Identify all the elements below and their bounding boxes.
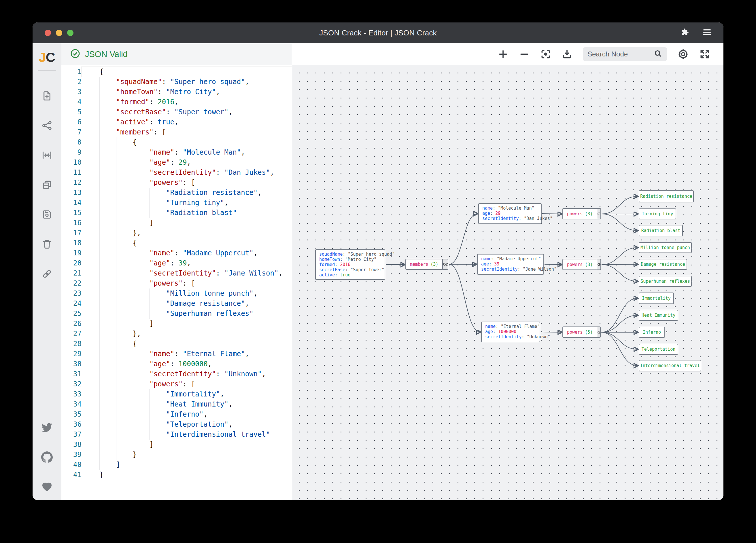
node-madame-uppercut[interactable]: name: "Madame Uppercut"age: 39secretIden… xyxy=(477,254,544,275)
code-line[interactable]: 35 "Inferno", xyxy=(61,409,292,419)
traffic-lights xyxy=(45,22,73,43)
copy-icon[interactable] xyxy=(38,176,56,194)
code-line[interactable]: 36 "Teleportation", xyxy=(61,419,292,429)
code-line[interactable]: 24 "Damage resistance", xyxy=(61,298,292,308)
link-icon[interactable] xyxy=(38,265,56,282)
code-line[interactable]: 39 } xyxy=(61,450,292,460)
node-powers-madame[interactable]: powers(3) xyxy=(562,259,601,270)
leaf-immortality[interactable]: Immortality xyxy=(639,292,674,304)
code-line[interactable]: 33 "Immortality", xyxy=(61,389,292,399)
line-number: 35 xyxy=(61,409,82,419)
code-line[interactable]: 31 "secretIdentity": "Unknown", xyxy=(61,369,292,379)
fullscreen-icon[interactable] xyxy=(699,49,710,60)
valid-check-icon xyxy=(70,48,80,60)
app-logo[interactable]: JC xyxy=(39,50,55,65)
focus-center-icon[interactable] xyxy=(540,49,551,60)
code-line[interactable]: 10 "age": 29, xyxy=(61,158,292,168)
code-line[interactable]: 37 "Interdimensional travel" xyxy=(61,429,292,440)
twitter-icon[interactable] xyxy=(38,419,56,436)
leaf-inferno[interactable]: Inferno xyxy=(639,327,665,338)
minimize-button[interactable] xyxy=(56,30,62,36)
leaf-heat-immunity[interactable]: Heat Immunity xyxy=(639,310,678,321)
github-icon[interactable] xyxy=(38,449,56,466)
search-node-box[interactable] xyxy=(583,47,667,61)
node-molecule-man[interactable]: name: "Molecule Man"age: 29secretIdentit… xyxy=(478,203,542,224)
leaf-radiation-blast[interactable]: Radiation blast xyxy=(639,225,683,237)
code-line[interactable]: 11 "secretIdentity": "Dan Jukes", xyxy=(61,168,292,178)
code-line[interactable]: 28 { xyxy=(61,339,292,349)
new-file-icon[interactable] xyxy=(38,87,56,105)
download-icon[interactable] xyxy=(562,49,572,60)
code-line[interactable]: 20 "age": 39, xyxy=(61,258,292,268)
code-line[interactable]: 26 ] xyxy=(61,319,292,329)
extension-puzzle-icon[interactable] xyxy=(680,28,689,38)
line-number: 41 xyxy=(61,470,82,480)
code-line[interactable]: 15 "Radiation blast" xyxy=(61,208,292,218)
code-line[interactable]: 22 "powers": [ xyxy=(61,278,292,288)
chain-link-icon[interactable] xyxy=(597,330,601,334)
chain-link-icon[interactable] xyxy=(443,263,448,266)
zoom-button[interactable] xyxy=(67,30,73,36)
leaf-superhuman-reflexes[interactable]: Superhuman reflexes xyxy=(639,276,692,287)
code-line[interactable]: 34 "Heat Immunity", xyxy=(61,399,292,409)
zoom-in-icon[interactable] xyxy=(498,49,509,60)
code-line[interactable]: 18 { xyxy=(61,238,292,248)
code-line[interactable]: 41} xyxy=(61,470,292,480)
node-members[interactable]: members(3) xyxy=(405,259,448,270)
node-powers-molecule[interactable]: powers(3) xyxy=(562,208,601,220)
graph-canvas[interactable]: squadName: "Super hero squad"homeTown: "… xyxy=(292,65,723,500)
code-line[interactable]: 17 }, xyxy=(61,228,292,238)
node-eternal-flame[interactable]: name: "Eternal Flame"age: 1000000secretI… xyxy=(481,321,540,342)
code-line[interactable]: 5 "secretBase": "Super tower", xyxy=(61,107,292,117)
save-icon[interactable] xyxy=(38,206,56,223)
code-line[interactable]: 25 "Superhuman reflexes" xyxy=(61,308,292,319)
code-line[interactable]: 12 "powers": [ xyxy=(61,178,292,188)
code-line[interactable]: 4 "formed": 2016, xyxy=(61,97,292,107)
close-button[interactable] xyxy=(45,30,51,36)
code-line[interactable]: 7 "members": [ xyxy=(61,127,292,137)
line-number: 22 xyxy=(61,278,82,288)
code-line[interactable]: 30 "age": 1000000, xyxy=(61,359,292,369)
code-line[interactable]: 9 "name": "Molecule Man", xyxy=(61,148,292,158)
code-line[interactable]: 3 "homeTown": "Metro City", xyxy=(61,87,292,97)
leaf-interdimensional-travel[interactable]: Interdimensional travel xyxy=(639,360,701,371)
code-line[interactable]: 6 "active": true, xyxy=(61,117,292,127)
line-number: 4 xyxy=(61,97,82,107)
chain-link-icon[interactable] xyxy=(597,212,601,216)
code-line[interactable]: 8 { xyxy=(61,137,292,148)
code-line[interactable]: 14 "Turning tiny", xyxy=(61,198,292,208)
code-line[interactable]: 23 "Million tonne punch", xyxy=(61,288,292,298)
search-node-input[interactable] xyxy=(587,50,651,58)
delete-trash-icon[interactable] xyxy=(38,236,56,253)
menu-hamburger-icon[interactable] xyxy=(702,28,712,38)
sponsor-heart-icon[interactable] xyxy=(38,478,56,495)
node-powers-eternal[interactable]: powers(5) xyxy=(562,326,601,338)
node-root[interactable]: squadName: "Super hero squad"homeTown: "… xyxy=(315,249,385,280)
chain-link-icon[interactable] xyxy=(597,263,601,266)
settings-gear-icon[interactable] xyxy=(677,48,689,60)
code-line[interactable]: 32 "powers": [ xyxy=(61,379,292,389)
code-line[interactable]: 40 ] xyxy=(61,460,292,470)
leaf-teleportation[interactable]: Teleportation xyxy=(639,344,678,355)
code-line[interactable]: 27 }, xyxy=(61,329,292,339)
graph-panel: squadName: "Super hero squad"homeTown: "… xyxy=(292,43,723,500)
code-line[interactable]: 21 "secretIdentity": "Jane Wilson", xyxy=(61,268,292,278)
leaf-turning-tiny[interactable]: Turning tiny xyxy=(639,209,676,220)
search-icon[interactable] xyxy=(654,49,662,59)
code-line[interactable]: 29 "name": "Eternal Flame", xyxy=(61,349,292,359)
code-line[interactable]: 38 ] xyxy=(61,440,292,450)
share-graph-icon[interactable] xyxy=(38,117,56,134)
leaf-million-tonne-punch[interactable]: Million tonne punch xyxy=(639,242,692,253)
zoom-out-icon[interactable] xyxy=(519,49,530,60)
leaf-radiation-resistance[interactable]: Radiation resistance xyxy=(639,190,694,203)
code-line[interactable]: 19 "name": "Madame Uppercut", xyxy=(61,248,292,258)
code-editor[interactable]: 1{2 "squadName": "Super hero squad",3 "h… xyxy=(61,65,292,500)
compress-icon[interactable] xyxy=(38,147,56,164)
code-line[interactable]: 13 "Radiation resistance", xyxy=(61,188,292,198)
leaf-damage-resistance[interactable]: Damage resistance xyxy=(639,259,687,270)
code-line[interactable]: 16 ] xyxy=(61,218,292,228)
code-line[interactable]: 1{ xyxy=(61,67,292,77)
code-line[interactable]: 2 "squadName": "Super hero squad", xyxy=(61,77,292,87)
line-number: 30 xyxy=(61,359,82,369)
line-number: 34 xyxy=(61,399,82,409)
